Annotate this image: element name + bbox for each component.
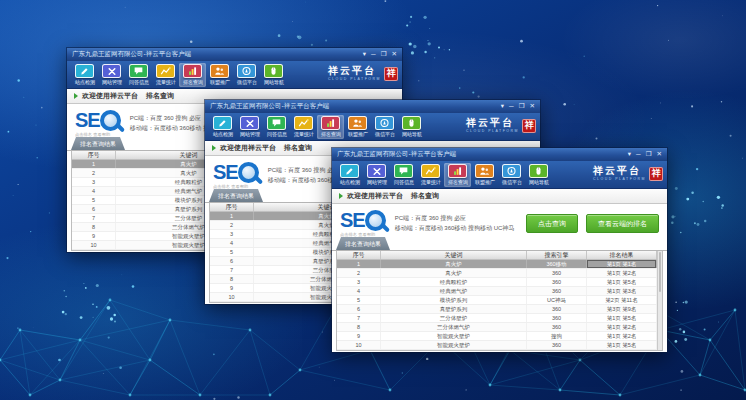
window-controls: ▾ ─ ❐ ✕	[623, 151, 662, 158]
toolbar-item-label: 流量统计	[155, 79, 175, 85]
window-maximize-button[interactable]: ❐	[646, 151, 652, 158]
view-cloud-rank-button[interactable]: 查看云端的排名	[586, 214, 659, 233]
pencil-icon	[75, 64, 94, 78]
scrollbar-thumb[interactable]	[659, 252, 661, 292]
toolbar-item-alliance-promo[interactable]: 联盟推广	[344, 115, 371, 139]
cell-no: 2	[72, 169, 116, 177]
people-icon	[475, 164, 494, 178]
brand-seal-icon: 祥	[522, 119, 536, 133]
toolbar-item-qa-info[interactable]: 问答信息	[390, 163, 417, 187]
table-scrollbar[interactable]	[657, 251, 662, 350]
action-buttons: 点击查询 查看云端的排名	[526, 214, 661, 233]
content-area: SE 点击排名 查看帮助 PC端：百度 360 搜狗 必应 移动端：百度移动 3…	[332, 204, 667, 352]
cell-keyword: 真火炉	[381, 269, 527, 277]
breadcrumb-welcome: 欢迎使用祥云平台	[347, 191, 403, 201]
toolbar-item-alliance-promo[interactable]: 联盟推广	[206, 63, 233, 87]
toolbar-item-wechat-platform[interactable]: 微信平台	[498, 163, 525, 187]
cell-no: 9	[210, 284, 254, 292]
col-header-no[interactable]: 序号	[210, 203, 254, 211]
col-header-rank[interactable]: 排名结果	[587, 251, 657, 259]
toolbar-items: 站点检测网站管理问答信息流量统计排名查询联盟推广微信平台网站导航	[209, 115, 425, 139]
tab-rank-results[interactable]: 排名查询结果	[336, 237, 390, 250]
toolbar-item-label: 联盟推广	[347, 131, 367, 137]
toolbar-item-rank-query[interactable]: 排名查询	[317, 115, 344, 139]
toolbar-item-label: 联盟推广	[474, 179, 494, 185]
table-row[interactable]: 4经典燃气炉360第1页 第3名	[337, 287, 662, 296]
toolbar-item-traffic-stats[interactable]: 流量统计	[290, 115, 317, 139]
toolbar-item-wechat-platform[interactable]: 微信平台	[233, 63, 260, 87]
toolbar-item-label: 站点检测	[339, 179, 359, 185]
toolbar-item-rank-query[interactable]: 排名查询	[444, 163, 471, 187]
window-titlebar[interactable]: 广东九鼎王监网有限公司-祥云平台客户端 ▾ ─ ❐ ✕	[332, 148, 667, 161]
engine-info: PC端：百度 360 搜狗 必应 移动端：百度移动 360移动 搜狗移动 UC神…	[395, 213, 515, 233]
line-chart-icon	[294, 116, 313, 130]
brand-seal-icon: 祥	[649, 167, 663, 181]
window-menu-button[interactable]: ▾	[501, 103, 504, 110]
table-row[interactable]: 5模块炉系列UC神马第2页 第11名	[337, 296, 662, 305]
toolbar-item-site-manage[interactable]: 网站管理	[98, 63, 125, 87]
table-row[interactable]: 1真火炉360移动第1页 第1名	[337, 260, 662, 269]
window-close-button[interactable]: ✕	[657, 151, 662, 158]
toolbar-item-alliance-promo[interactable]: 联盟推广	[471, 163, 498, 187]
window-maximize-button[interactable]: ❐	[381, 51, 387, 58]
query-button[interactable]: 点击查询	[526, 214, 578, 233]
table-row[interactable]: 8三分体燃气炉360第1页 第2名	[337, 323, 662, 332]
cell-no: 2	[337, 269, 381, 277]
window-close-button[interactable]: ✕	[392, 51, 397, 58]
table-row[interactable]: 10智能观火壁炉360第1页 第5名	[337, 341, 662, 350]
bar-chart-icon	[183, 64, 202, 78]
toolbar-item-rank-query[interactable]: 排名查询	[179, 63, 206, 87]
cell-no: 8	[337, 323, 381, 331]
toolbar-item-label: 网站管理	[239, 131, 259, 137]
table-row[interactable]: 7三分体壁炉360第1页 第5名	[337, 314, 662, 323]
cell-no: 1	[337, 260, 381, 268]
cell-rank: 第1页 第1名	[587, 260, 657, 268]
table-row[interactable]: 6真壁炉系列360第3页 第9名	[337, 305, 662, 314]
cell-engine: 360移动	[527, 260, 587, 268]
col-header-no[interactable]: 序号	[72, 151, 116, 159]
toolbar-item-traffic-stats[interactable]: 流量统计	[417, 163, 444, 187]
toolbar-item-site-detect[interactable]: 站点检测	[71, 63, 98, 87]
toolbar-item-label: 网站导航	[263, 79, 283, 85]
toolbar-item-traffic-stats[interactable]: 流量统计	[152, 63, 179, 87]
brand-subtitle: CLOUD PLATFORM	[593, 177, 646, 181]
col-header-keyword[interactable]: 关键词	[381, 251, 527, 259]
toolbar-item-wechat-platform[interactable]: 微信平台	[371, 115, 398, 139]
toolbar-item-qa-info[interactable]: 问答信息	[263, 115, 290, 139]
window-minimize-button[interactable]: ─	[509, 103, 514, 110]
table-row[interactable]: 9智能观火壁炉搜狗第1页 第2名	[337, 332, 662, 341]
brand-seal-icon: 祥	[384, 67, 398, 81]
toolbar-item-site-detect[interactable]: 站点检测	[336, 163, 363, 187]
breadcrumb-section: 排名查询	[146, 91, 174, 101]
col-header-no[interactable]: 序号	[337, 251, 381, 259]
toolbar-item-label: 网站管理	[101, 79, 121, 85]
tab-rank-results[interactable]: 排名查询结果	[71, 137, 125, 150]
toolbar-item-site-detect[interactable]: 站点检测	[209, 115, 236, 139]
toolbar-item-site-manage[interactable]: 网站管理	[363, 163, 390, 187]
col-header-engine[interactable]: 搜索引擎	[527, 251, 587, 259]
table-row[interactable]: 2真火炉360第1页 第2名	[337, 269, 662, 278]
cell-engine: 360	[527, 323, 587, 331]
window-maximize-button[interactable]: ❐	[519, 103, 525, 110]
window-titlebar[interactable]: 广东九鼎王监网有限公司-祥云平台客户端 ▾ ─ ❐ ✕	[205, 100, 540, 113]
window-menu-button[interactable]: ▾	[363, 51, 366, 58]
toolbar-item-site-nav[interactable]: 网站导航	[398, 115, 425, 139]
window-titlebar[interactable]: 广东九鼎王监网有限公司-祥云平台客户端 ▾ ─ ❐ ✕	[67, 48, 402, 61]
tab-rank-results[interactable]: 排名查询结果	[209, 189, 263, 202]
breadcrumb-arrow-icon	[74, 93, 78, 99]
window-minimize-button[interactable]: ─	[371, 51, 376, 58]
cell-no: 10	[337, 341, 381, 349]
table-row[interactable]: 3经典颗粒炉360第1页 第5名	[337, 278, 662, 287]
toolbar-item-site-nav[interactable]: 网站导航	[260, 63, 287, 87]
window-menu-button[interactable]: ▾	[628, 151, 631, 158]
toolbar-item-qa-info[interactable]: 问答信息	[125, 63, 152, 87]
toolbar-item-site-nav[interactable]: 网站导航	[525, 163, 552, 187]
cell-engine: 360	[527, 269, 587, 277]
app-window: 广东九鼎王监网有限公司-祥云平台客户端 ▾ ─ ❐ ✕ 站点检测网站管理问答信息…	[332, 148, 667, 352]
toolbar-item-site-manage[interactable]: 网站管理	[236, 115, 263, 139]
window-minimize-button[interactable]: ─	[636, 151, 641, 158]
window-close-button[interactable]: ✕	[530, 103, 535, 110]
brand-text: 祥云平台 CLOUD PLATFORM	[328, 66, 381, 81]
cell-keyword: 智能观火壁炉	[381, 341, 527, 349]
seo-logo: SE 点击排名 查看帮助	[340, 210, 386, 237]
